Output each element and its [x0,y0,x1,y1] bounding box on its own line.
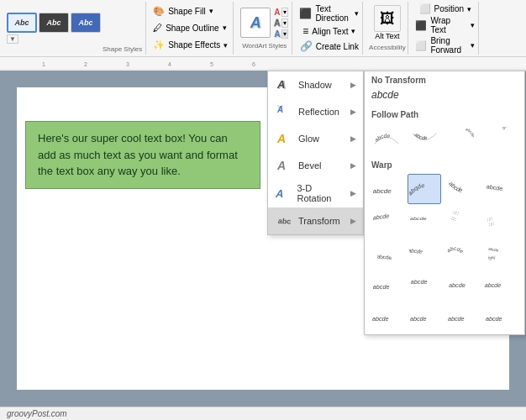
shape-style-1[interactable]: Abc [7,13,37,33]
text-direction-icon: ⬛ [299,8,312,19]
text-box[interactable]: Here's our super cool text box! You can … [25,121,260,189]
toolbar: Abc Abc Abc ▼ Shape Styles 🎨 Shape Fill … [0,0,526,57]
arrange-section: ⬜ Position ▾ ⬛ Wrap Text ▾ ⬜ Bring Forwa… [412,2,479,55]
wrap-text-btn[interactable]: ⬛ Wrap Text ▾ [415,16,475,34]
svg-text:abcde: abcde [411,278,428,286]
3d-rotation-icon: A [275,184,292,202]
svg-text:∷∷: ∷∷ [450,215,457,222]
warp-title: Warp [365,156,524,171]
wrap-text-label: Wrap Text [430,16,467,34]
wordart-style-btn[interactable]: A [240,8,271,38]
reflection-icon: A A [275,102,293,121]
shape-effects-label: Shape Effects [168,40,220,50]
menu-item-shadow[interactable]: A A Shadow ▶ [268,71,363,98]
menu-item-reflection[interactable]: A A Reflection ▶ [268,98,363,125]
warp-arch-down[interactable]: abcde [445,174,479,204]
alt-text-btn[interactable]: 🖼 Alt Text [374,5,401,40]
svg-text:abcde: abcde [376,254,393,260]
shape-effects-btn[interactable]: ✨ Shape Effects ▾ [153,39,228,50]
warp-tilt-right[interactable]: abcde [408,302,441,332]
svg-text:abcde: abcde [488,247,499,253]
warp-inflate[interactable]: abcde [370,270,403,300]
warp-lower-left[interactable]: ∷∷ ∷∷ [483,206,517,236]
3d-rotation-arrow: ▶ [350,189,356,197]
warp-wave-1[interactable]: abcde [445,238,479,268]
wordart-section: A A ▾ A ▾ A ▾ WordArt Styles [237,2,292,55]
svg-text:abcde: abcde [486,315,502,323]
text-outline-btn[interactable]: A ▾ [274,18,288,28]
warp-arch-left[interactable]: abcde [483,174,517,204]
align-text-btn[interactable]: ≡ Align Text ▾ [302,25,355,37]
follow-path-arc-up[interactable]: abcde [370,123,403,154]
shape-fill-btn[interactable]: 🎨 Shape Fill ▾ [153,6,213,17]
menu-item-bevel[interactable]: A Bevel ▶ [268,152,363,179]
shape-style-2[interactable]: Abc [39,13,69,33]
bring-forward-label: Bring Forward [430,36,467,55]
warp-perspective-left[interactable]: abcde [408,238,441,268]
bring-forward-btn[interactable]: ⬜ Bring Forward ▾ [415,36,475,55]
shape-style-3-label: Abc [78,18,92,27]
create-link-btn[interactable]: 🔗 Create Link [300,40,359,52]
svg-text:abcde: abcde [465,127,476,138]
follow-path-arc-down[interactable]: abcde [408,123,441,154]
text-direction-label: Text Direction [315,4,351,23]
svg-text:abcde: abcde [447,180,463,194]
svg-text:abcde: abcde [410,216,428,221]
shape-styles-expand[interactable]: ▼ [7,34,18,44]
ruler-content: 1 2 3 4 5 6 [0,57,526,70]
warp-circle-right[interactable]: abcde fghij [483,238,517,268]
svg-text:abcde: abcde [409,247,423,254]
warp-arch-up[interactable]: abqde [408,174,441,204]
warp-plain[interactable]: abcde [370,174,403,204]
no-transform-item[interactable]: abcde [365,87,524,106]
warp-inflate-top[interactable]: abcde [483,270,517,300]
text-fill-arrow: ▾ [281,8,288,17]
shape-style-row-1: Abc Abc Abc [7,13,101,33]
shape-outline-icon: 🖊 [153,23,162,33]
alt-text-label: Alt Text [375,32,399,40]
shape-fill-arrow: ▾ [209,7,213,15]
shape-styles-label: Shape Styles [103,45,142,53]
glow-arrow: ▶ [350,134,356,143]
shape-style-3[interactable]: Abc [71,13,101,33]
svg-text:A: A [276,78,285,91]
svg-text:abcde: abcde [373,133,391,143]
svg-text:abcde: abcde [373,283,390,291]
follow-path-circle[interactable]: abcde [445,123,479,154]
svg-text:abc: abc [277,217,291,226]
warp-squeeze[interactable]: abcde [370,302,403,332]
warp-deflate[interactable]: abcde [408,270,441,300]
shape-format-section: 🎨 Shape Fill ▾ 🖊 Shape Outline ▾ ✨ Shape… [150,2,234,55]
text-effects-btn[interactable]: A ▾ [274,29,288,39]
text-direction-btn[interactable]: ⬛ Text Direction ▾ [299,4,359,23]
shape-style-1-label: Abc [14,18,29,27]
transform-label: Transform [298,216,340,226]
svg-text:A: A [276,132,286,145]
warp-inflate-bottom[interactable]: abcde [445,270,479,300]
follow-path-button[interactable]: ghij [483,123,517,154]
warp-perspective-right[interactable]: abcde [370,238,403,268]
shape-outline-btn[interactable]: 🖊 Shape Outline ▾ [153,23,226,33]
create-link-icon: 🔗 [300,40,313,52]
menu-item-transform[interactable]: abc Transform ▶ [268,207,363,234]
menu-item-3d-rotation[interactable]: A 3-D Rotation ▶ [268,179,363,207]
svg-text:A: A [276,187,284,200]
warp-tilt-left[interactable]: abcde [445,302,479,332]
shape-effects-icon: ✨ [153,39,165,50]
warp-arch-right[interactable]: abcde [370,206,403,236]
shape-outline-arrow: ▾ [223,24,227,32]
create-link-label: Create Link [316,42,359,51]
menu-item-glow[interactable]: A Glow ▶ [268,125,363,152]
warp-lower-right[interactable]: ∷∷ ∷∷ [445,206,479,236]
reflection-label: Reflection [298,107,339,117]
warp-wave-2[interactable]: abcde [483,302,517,332]
warp-bulge[interactable]: abcde [408,206,441,236]
text-fill-btn[interactable]: A ▾ [274,8,288,17]
svg-text:6: 6 [252,61,255,67]
svg-text:abcde: abcde [449,281,466,289]
position-arrow: ▾ [467,5,471,13]
align-text-arrow: ▾ [351,27,355,35]
position-btn[interactable]: ⬜ Position ▾ [419,3,472,14]
position-label: Position [434,4,465,13]
text-direction-arrow: ▾ [355,9,359,18]
